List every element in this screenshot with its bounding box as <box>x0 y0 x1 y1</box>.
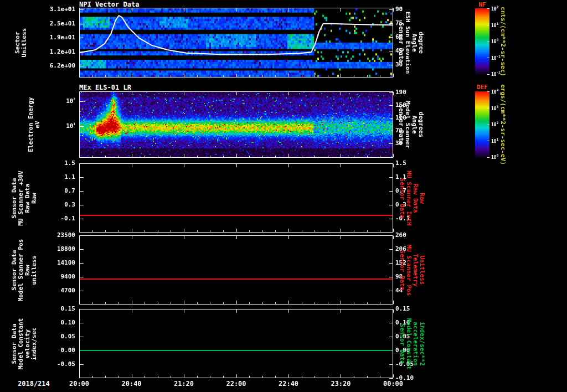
mu-scanner-30v-right-axis-title: Sensor DataMU Scanner IntHRaw DataRaw <box>399 157 425 240</box>
axis-tick-mark <box>80 249 84 250</box>
colorbar-tick-label: 101 <box>491 139 498 144</box>
axis-title-line: MU Scanner Pos <box>405 229 412 312</box>
axis-title-line: Sensor Data <box>399 229 405 312</box>
axis-tick-mark <box>367 230 368 232</box>
axis-tick-mark <box>92 156 93 157</box>
axis-tick-mark <box>79 301 80 304</box>
colorbar-tick-label: 100 <box>491 39 498 44</box>
axis-tick-mark <box>223 156 224 157</box>
axis-tick-mark <box>389 163 393 164</box>
npi-spectrogram-canvas <box>80 8 393 77</box>
axis-tick-mark <box>80 235 84 236</box>
y-tick-label-left: 0.00 <box>39 347 75 354</box>
axis-tick-mark <box>92 376 93 378</box>
axis-tick-mark <box>79 310 80 313</box>
model-scanner-pos-left-axis-title: Sensor DataModel Scanner PosRawunitless <box>11 229 38 312</box>
y-tick-label-left: 0.3 <box>39 202 75 208</box>
axis-tick-mark <box>262 156 263 157</box>
axis-tick-mark <box>210 230 210 232</box>
axis-tick-mark <box>288 301 289 304</box>
npi-spectrogram-panel <box>79 8 393 78</box>
axis-tick-mark <box>249 156 250 157</box>
axis-tick-mark <box>389 191 393 192</box>
axis-tick-mark <box>328 156 328 157</box>
axis-tick-mark <box>389 249 393 250</box>
y-tick-label-left: 18800 <box>39 246 75 252</box>
axis-tick-mark <box>315 376 315 378</box>
axis-tick-mark <box>367 75 368 77</box>
axis-tick-mark <box>132 310 132 313</box>
axis-tick-mark <box>223 75 224 77</box>
axis-tick-mark <box>389 291 393 291</box>
axis-tick-mark <box>79 164 80 167</box>
axis-tick-mark <box>132 74 132 77</box>
axis-tick-mark <box>341 229 341 232</box>
axis-tick-mark <box>302 156 302 157</box>
y-tick-label-left: 3.1e+01 <box>39 6 75 13</box>
axis-tick-mark <box>487 58 489 58</box>
axis-tick-mark <box>367 376 368 378</box>
axis-title-line: Raw <box>31 157 38 240</box>
axis-tick-mark <box>262 75 263 77</box>
axis-tick-mark <box>389 309 393 310</box>
axis-tick-mark <box>184 229 184 232</box>
y-tick-label-left: 4700 <box>39 287 75 294</box>
axis-tick-mark <box>354 376 354 378</box>
y-tick-label-left: 6.2e+00 <box>39 63 75 69</box>
axis-tick-mark <box>249 376 250 378</box>
axis-tick-mark <box>288 164 289 167</box>
axis-tick-mark <box>223 376 224 378</box>
colorbar-tick-label: 103 <box>491 106 498 111</box>
x-axis-tick-label: 22:40 <box>271 380 306 388</box>
axis-tick-mark <box>80 38 84 38</box>
axis-tick-mark <box>79 154 80 157</box>
colorbar-unit-label: cnts/(cm**2-sr-sec) <box>499 0 506 83</box>
axis-tick-mark <box>275 156 276 157</box>
axis-tick-mark <box>389 277 393 277</box>
axis-title-line: acceleration <box>412 302 419 385</box>
axis-tick-mark <box>389 337 393 337</box>
axis-tick-mark <box>288 374 289 378</box>
axis-tick-mark <box>393 310 394 313</box>
axis-tick-mark <box>302 376 302 378</box>
y-tick-label-left: 9400 <box>39 274 75 280</box>
axis-tick-mark <box>302 230 302 232</box>
scanner-pos-line-panel <box>79 235 393 305</box>
axis-tick-mark <box>105 230 106 232</box>
axis-tick-mark <box>389 323 393 323</box>
axis-tick-mark <box>80 219 84 219</box>
axis-tick-mark <box>341 92 341 95</box>
axis-tick-mark <box>341 374 341 378</box>
axis-tick-mark <box>288 92 289 95</box>
axis-tick-mark <box>341 164 341 167</box>
axis-tick-mark <box>288 310 289 313</box>
axis-tick-mark <box>210 156 210 157</box>
axis-title-line: Raw Data <box>412 157 419 240</box>
axis-tick-mark <box>118 376 119 378</box>
colorbar-tick-label: 100 <box>491 155 498 160</box>
axis-tick-mark <box>487 141 489 141</box>
axis-tick-mark <box>105 75 106 77</box>
axis-tick-mark <box>236 301 237 304</box>
axis-tick-mark <box>389 105 393 106</box>
axis-tick-mark <box>389 378 393 379</box>
axis-tick-mark <box>487 74 489 75</box>
axis-title-line: Angle <box>411 1 417 84</box>
axis-title-line: Model Constant <box>405 302 412 385</box>
axis-tick-mark <box>80 9 84 10</box>
axis-tick-mark <box>389 235 393 236</box>
axis-tick-mark <box>145 230 145 232</box>
axis-tick-mark <box>80 309 84 310</box>
y-tick-label-left: 0.10 <box>39 319 75 326</box>
els-panel-title: MEx ELS-01 LR <box>79 84 131 91</box>
axis-title-line: MU Scanner IntH <box>405 157 412 240</box>
axis-tick-mark <box>236 374 237 378</box>
axis-title-line: Angle <box>411 83 417 166</box>
axis-tick-mark <box>105 302 106 304</box>
axis-tick-mark <box>389 118 393 118</box>
axis-tick-mark <box>236 236 237 239</box>
axis-tick-mark <box>92 302 93 304</box>
axis-tick-mark <box>341 301 341 304</box>
axis-tick-mark <box>171 230 171 232</box>
axis-tick-mark <box>236 229 237 232</box>
